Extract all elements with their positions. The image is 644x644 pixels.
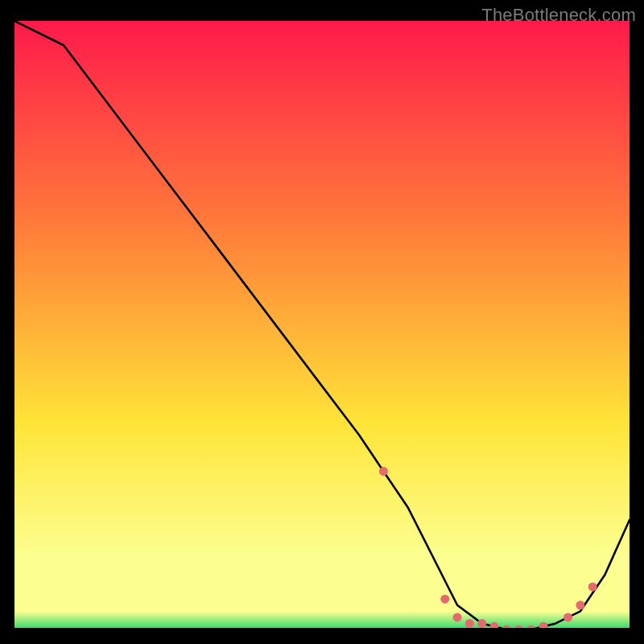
- chart-svg: [14, 21, 630, 630]
- gradient-background: [14, 21, 630, 630]
- plot-area: [14, 21, 630, 630]
- watermark-text: TheBottleneck.com: [481, 5, 636, 26]
- baseline: [14, 628, 630, 630]
- marker-dot: [440, 595, 449, 604]
- chart-frame: TheBottleneck.com: [0, 0, 644, 644]
- marker-dot: [477, 619, 486, 628]
- marker-dot: [564, 613, 572, 621]
- marker-dot: [453, 613, 462, 621]
- marker-dot: [379, 467, 388, 476]
- marker-dot: [576, 601, 584, 609]
- marker-dot: [588, 583, 597, 592]
- marker-dot: [465, 619, 474, 628]
